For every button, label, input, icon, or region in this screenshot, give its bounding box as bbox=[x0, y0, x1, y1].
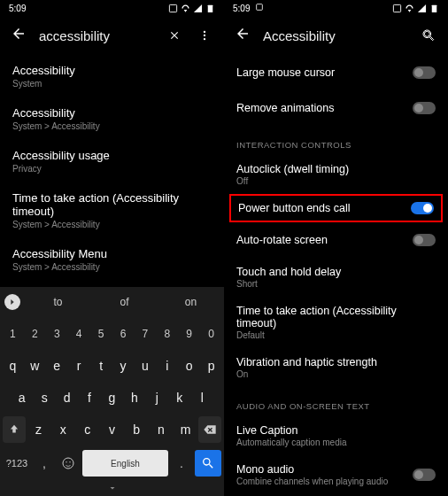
search-result[interactable]: Accessibility usage Privacy bbox=[12, 140, 212, 182]
clear-icon[interactable] bbox=[166, 27, 183, 44]
keyboard-bottom-row: ?123 , English . bbox=[0, 450, 224, 480]
key-9[interactable]: 9 bbox=[179, 321, 199, 347]
key-2[interactable]: 2 bbox=[25, 321, 45, 347]
setting-title: Vibration and haptic strength bbox=[236, 356, 436, 368]
setting-power-button-ends-call[interactable]: Power button ends call bbox=[229, 194, 443, 222]
setting-auto-rotate[interactable]: Auto-rotate screen bbox=[224, 222, 448, 258]
suggestion[interactable]: to bbox=[25, 296, 91, 308]
suggestion[interactable]: on bbox=[158, 296, 224, 308]
key-7[interactable]: 7 bbox=[135, 321, 155, 347]
status-icons bbox=[392, 4, 439, 13]
setting-title: Time to take action (Accessibility timeo… bbox=[236, 305, 436, 329]
section-audio-onscreen-text: AUDIO AND ON-SCREEN TEXT bbox=[224, 387, 448, 416]
search-result[interactable]: Accessibility System > Accessibility bbox=[12, 97, 212, 140]
key-r[interactable]: r bbox=[69, 353, 89, 379]
key-e[interactable]: e bbox=[47, 353, 67, 379]
setting-title: Autoclick (dwell timing) bbox=[236, 163, 436, 175]
setting-touch-hold-delay[interactable]: Touch and hold delay Short bbox=[224, 258, 448, 297]
key-i[interactable]: i bbox=[157, 353, 177, 379]
key-t[interactable]: t bbox=[91, 353, 112, 379]
key-1[interactable]: 1 bbox=[3, 321, 23, 347]
setting-title: Live Caption bbox=[236, 424, 436, 437]
back-icon[interactable] bbox=[235, 26, 251, 45]
expand-suggestions-icon[interactable] bbox=[0, 294, 25, 310]
setting-large-mouse-cursor[interactable]: Large mouse cursor bbox=[224, 55, 448, 90]
setting-autoclick[interactable]: Autoclick (dwell timing) Off bbox=[224, 155, 448, 194]
setting-live-caption[interactable]: Live Caption Automatically caption media bbox=[224, 416, 448, 455]
setting-vibration[interactable]: Vibration and haptic strength On bbox=[224, 348, 448, 387]
key-h[interactable]: h bbox=[124, 384, 144, 411]
backspace-key[interactable] bbox=[198, 416, 221, 443]
key-6[interactable]: 6 bbox=[113, 321, 134, 347]
nav-collapse-icon[interactable] bbox=[0, 480, 224, 496]
key-x[interactable]: x bbox=[51, 416, 74, 443]
key-a[interactable]: a bbox=[12, 384, 32, 411]
phone-left-search: 5:09 accessibility Accessibility System … bbox=[0, 0, 224, 496]
key-d[interactable]: d bbox=[57, 384, 77, 411]
key-k[interactable]: k bbox=[169, 384, 189, 411]
result-sub: System > Accessibility bbox=[12, 121, 212, 131]
setting-sub: Default bbox=[236, 330, 436, 340]
key-3[interactable]: 3 bbox=[47, 321, 67, 347]
search-result[interactable]: Accessibility System bbox=[12, 55, 212, 97]
setting-remove-animations[interactable]: Remove animations bbox=[224, 90, 448, 126]
search-result[interactable]: Accessibility Menu System > Accessibilit… bbox=[12, 238, 212, 281]
toggle[interactable] bbox=[413, 102, 436, 114]
symbols-key[interactable]: ?123 bbox=[3, 450, 31, 477]
key-g[interactable]: g bbox=[102, 384, 122, 411]
key-v[interactable]: v bbox=[101, 416, 124, 443]
search-input[interactable]: accessibility bbox=[39, 28, 153, 43]
key-5[interactable]: 5 bbox=[91, 321, 112, 347]
period-key[interactable]: . bbox=[172, 450, 191, 477]
key-n[interactable]: n bbox=[150, 416, 173, 443]
key-f[interactable]: f bbox=[79, 384, 99, 411]
svg-point-6 bbox=[66, 461, 66, 462]
comma-key[interactable]: , bbox=[35, 450, 54, 477]
svg-point-3 bbox=[204, 35, 205, 36]
key-l[interactable]: l bbox=[192, 384, 212, 411]
key-q[interactable]: q bbox=[3, 353, 23, 379]
setting-title: Power button ends call bbox=[238, 202, 402, 214]
key-z[interactable]: z bbox=[27, 416, 50, 443]
key-o[interactable]: o bbox=[179, 353, 199, 379]
result-sub: Privacy bbox=[12, 164, 212, 174]
shift-key[interactable] bbox=[3, 416, 26, 443]
page-title: Accessibility bbox=[263, 28, 407, 43]
back-icon[interactable] bbox=[11, 26, 27, 45]
svg-point-2 bbox=[204, 31, 205, 33]
result-title: Time to take action (Accessibility timeo… bbox=[12, 191, 212, 218]
key-8[interactable]: 8 bbox=[157, 321, 177, 347]
more-icon[interactable] bbox=[196, 27, 213, 44]
suggestion[interactable]: of bbox=[91, 296, 158, 308]
status-time: 5:09 bbox=[233, 4, 250, 13]
search-result[interactable]: Time to take action (Accessibility timeo… bbox=[12, 182, 212, 238]
svg-rect-8 bbox=[257, 4, 263, 11]
toggle[interactable] bbox=[413, 66, 436, 79]
settings-header: Accessibility bbox=[224, 16, 448, 55]
spacebar[interactable]: English bbox=[82, 450, 168, 477]
result-title: Accessibility usage bbox=[12, 149, 212, 162]
setting-mono-audio[interactable]: Mono audio Combine channels when playing… bbox=[224, 455, 448, 494]
search-key[interactable] bbox=[195, 450, 221, 477]
key-s[interactable]: s bbox=[34, 384, 54, 411]
key-p[interactable]: p bbox=[201, 353, 221, 379]
setting-title: Touch and hold delay bbox=[236, 266, 436, 278]
key-u[interactable]: u bbox=[135, 353, 155, 379]
result-title: Accessibility Menu bbox=[12, 247, 212, 260]
key-b[interactable]: b bbox=[125, 416, 148, 443]
key-m[interactable]: m bbox=[174, 416, 197, 443]
search-icon[interactable] bbox=[420, 27, 437, 44]
setting-time-to-take-action[interactable]: Time to take action (Accessibility timeo… bbox=[224, 297, 448, 348]
key-w[interactable]: w bbox=[25, 353, 45, 379]
toggle[interactable] bbox=[411, 202, 434, 214]
key-c[interactable]: c bbox=[76, 416, 99, 443]
toggle[interactable] bbox=[413, 469, 436, 481]
key-y[interactable]: y bbox=[113, 353, 134, 379]
key-4[interactable]: 4 bbox=[69, 321, 89, 347]
key-0[interactable]: 0 bbox=[201, 321, 221, 347]
key-j[interactable]: j bbox=[147, 384, 167, 411]
result-title: Accessibility bbox=[12, 64, 212, 77]
emoji-key[interactable] bbox=[58, 450, 79, 477]
toggle[interactable] bbox=[413, 234, 436, 246]
setting-sub: Automatically caption media bbox=[236, 438, 436, 447]
